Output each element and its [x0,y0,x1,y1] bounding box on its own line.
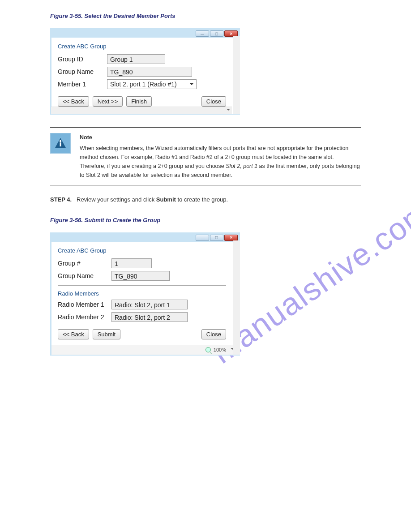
group-num-label: Group # [58,260,111,267]
note-body-em: Slot 2, port 1 [226,163,257,169]
dialog-create-group-step3: — ▢ ✕ Create ABC Group Group ID Group 1 … [50,28,240,115]
thin-separator [58,285,226,286]
radio-member-2-label: Radio Member 2 [58,313,111,321]
note-block: Note When selecting members, the Wizard … [50,128,361,185]
minimize-button[interactable]: — [196,30,209,37]
step-4-text-b: to create the group. [176,196,228,203]
window-close-button[interactable]: ✕ [224,30,238,37]
figure-55-caption: Figure 3-55. Select the Desired Member P… [50,13,361,19]
step-4-text-a: Review your settings and click [77,196,156,203]
maximize-button[interactable]: ▢ [210,30,223,37]
note-icon [50,133,71,154]
svg-point-1 [60,140,61,142]
svg-rect-2 [60,142,61,146]
zoom-icon [206,347,211,352]
group-name-field[interactable]: TG_890 [111,271,170,281]
vertical-scrollbar[interactable] [233,36,240,114]
step-4-label: STEP 4. [50,196,72,203]
chevron-down-icon [227,109,230,112]
horizontal-scrollbar[interactable] [51,107,232,114]
group-id-field[interactable]: Group 1 [107,54,165,64]
window-titlebar: — ▢ ✕ [51,234,239,242]
status-bar: 100% [51,345,239,355]
radio-member-2-field[interactable]: Radio: Slot 2, port 2 [111,312,188,322]
back-button[interactable]: << Back [58,329,89,339]
dialog-create-group-submit: — ▢ ✕ Create ABC Group Group # 1 Group N… [50,232,240,356]
panel-title: Create ABC Group [58,43,226,50]
panel-title: Create ABC Group [58,247,226,254]
member1-value: Slot 2, port 1 (Radio #1) [110,81,177,88]
submit-inline: Submit [156,196,176,203]
radio-member-1-label: Radio Member 1 [58,301,111,308]
group-name-field[interactable]: TG_890 [107,67,192,77]
close-button[interactable]: Close [201,96,226,107]
maximize-button[interactable]: ▢ [210,235,223,241]
minimize-button[interactable]: — [196,235,209,241]
group-name-label: Group Name [58,68,107,75]
zoom-level: 100% [214,347,226,352]
window-close-button[interactable]: ✕ [224,235,238,241]
member1-select[interactable]: Slot 2, port 1 (Radio #1) [107,79,197,89]
figure-56-caption: Figure 3-56. Submit to Create the Group [50,217,361,223]
radio-members-heading: Radio Members [58,290,226,297]
group-name-label: Group Name [58,272,111,279]
group-num-field[interactable]: 1 [111,258,152,268]
note-title: Note [80,133,361,142]
separator [50,185,361,185]
finish-button[interactable]: Finish [126,96,152,107]
group-id-label: Group ID [58,56,107,63]
window-titlebar: — ▢ ✕ [51,30,239,38]
close-button[interactable]: Close [201,329,226,339]
next-button[interactable]: Next >> [93,96,123,107]
back-button[interactable]: << Back [58,96,89,107]
vertical-scrollbar[interactable] [233,240,240,355]
submit-button[interactable]: Submit [93,329,120,339]
radio-member-1-field[interactable]: Radio: Slot 2, port 1 [111,300,188,309]
member1-label: Member 1 [58,81,107,88]
